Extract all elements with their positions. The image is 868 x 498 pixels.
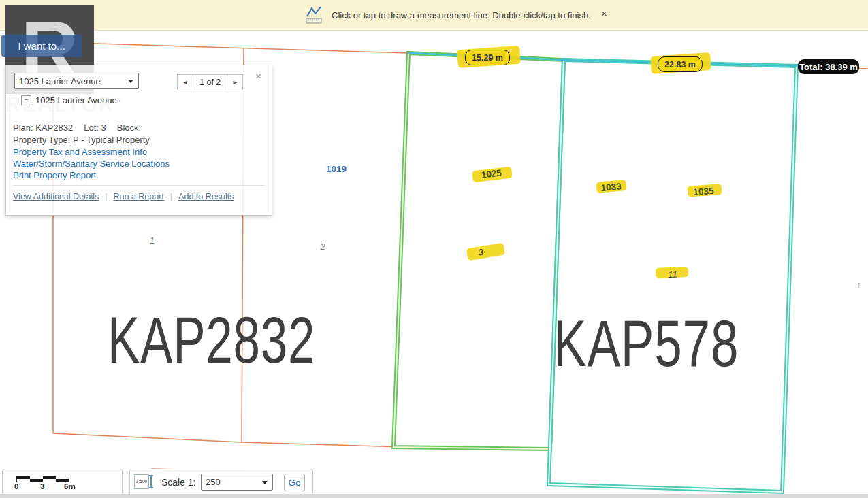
measure-tool-icon	[305, 5, 323, 25]
popup-divider	[13, 185, 265, 186]
scale-select[interactable]: 250	[201, 474, 273, 491]
footer-separator: |	[105, 192, 107, 201]
lot-label-1-right: 1	[856, 282, 861, 290]
scale-bar	[16, 476, 69, 482]
link-view-additional-details[interactable]: View Additional Details	[13, 192, 99, 201]
scale-input-icon[interactable]: 1:500	[134, 474, 152, 489]
link-property-tax[interactable]: Property Tax and Assessment Info	[13, 147, 147, 157]
text-cursor-icon	[150, 475, 152, 488]
banner-message: Click or tap to draw a measurement line.…	[332, 10, 591, 20]
scalebar-tick-0: 0	[14, 482, 18, 491]
i-want-to-button[interactable]: I want to...	[1, 35, 82, 57]
gis-map-application: KAP2832 KAP578 1019 1025 1033 1035 1 2 3…	[0, 0, 868, 498]
banner-close-icon[interactable]: ×	[601, 7, 607, 19]
measurement-badge: 15.29 m	[465, 50, 510, 65]
address-label-1035: 1035	[693, 186, 714, 197]
link-water-service[interactable]: Water/Storm/Sanitary Service Locations	[13, 159, 170, 169]
property-type-row: Property Type: P - Typical Property	[13, 135, 150, 145]
scalebar-tick-mid: 3	[40, 482, 44, 491]
scale-controls-panel: 1:500 Scale 1: 250 Go	[129, 469, 313, 496]
scale-bar-segment	[56, 479, 69, 482]
popup-footer-links: View Additional Details | Run a Report |…	[13, 190, 234, 203]
right-arrow-icon: ►	[232, 79, 238, 86]
address-label-1019: 1019	[326, 164, 347, 174]
result-pager: ◄ 1 of 2 ►	[177, 74, 243, 90]
pager-prev-button[interactable]: ◄	[178, 75, 193, 90]
go-button[interactable]: Go	[284, 474, 305, 491]
scalebar-panel: 0 3 6m	[2, 469, 123, 496]
lot-label-1: 1	[150, 236, 155, 246]
pager-label: 1 of 2	[193, 75, 227, 90]
scale-label: Scale 1:	[161, 469, 196, 495]
plan-lot-block-row: Plan: KAP2832 Lot: 3 Block:	[13, 122, 141, 133]
bottom-strip	[0, 494, 868, 498]
scale-bar-segment	[30, 479, 43, 482]
link-run-a-report[interactable]: Run a Report	[113, 192, 163, 201]
property-info-popup: 1025 Laurier Avenue ◄ 1 of 2 ► × − 1025 …	[5, 65, 272, 216]
measurement-badge: 22.83 m	[658, 56, 703, 72]
footer-separator: |	[170, 192, 172, 201]
measurement-total-badge: Total: 38.39 m	[798, 59, 859, 74]
lot-label-2: 2	[321, 242, 325, 252]
plan-label-kap578: KAP578	[553, 311, 739, 376]
address-label-1033: 1033	[600, 181, 622, 193]
left-arrow-icon: ◄	[182, 79, 189, 86]
popup-close-icon[interactable]: ×	[255, 70, 261, 82]
link-add-to-results[interactable]: Add to Results	[178, 192, 234, 201]
measurement-banner: Click or tap to draw a measurement line.…	[0, 0, 868, 31]
link-print-report[interactable]: Print Property Report	[13, 170, 96, 180]
scalebar-tick-max: 6m	[64, 482, 76, 491]
pager-next-button[interactable]: ►	[227, 75, 242, 90]
block-value: Block:	[117, 122, 141, 133]
popup-title: 1025 Laurier Avenue	[35, 95, 117, 105]
collapse-icon[interactable]: −	[21, 95, 31, 105]
mini-scale-box: 1:500	[134, 474, 149, 489]
plan-label-kap2832: KAP2832	[108, 308, 315, 373]
lot-label-11: 11	[668, 269, 677, 280]
address-select[interactable]: 1025 Laurier Avenue	[14, 73, 139, 89]
plan-value: Plan: KAP2832	[13, 122, 73, 133]
scale-bar-segment	[43, 479, 56, 482]
scale-bar-segment	[17, 479, 30, 482]
lot-value: Lot: 3	[84, 122, 106, 133]
